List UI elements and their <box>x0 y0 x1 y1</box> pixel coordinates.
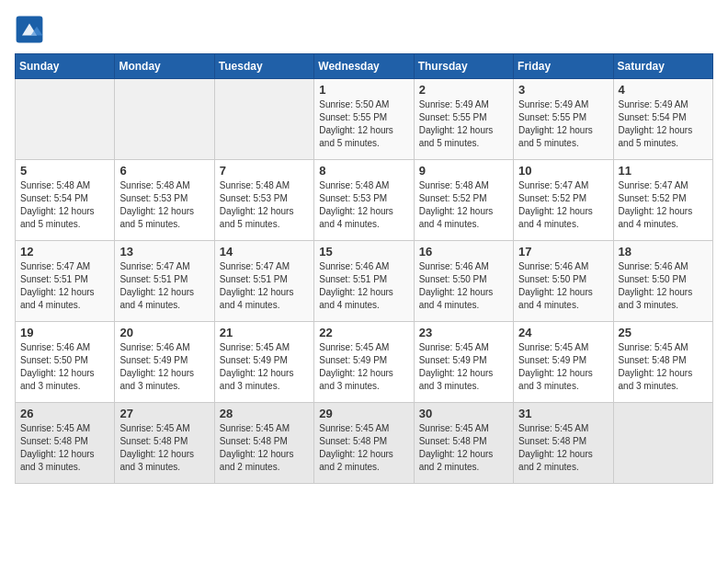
calendar-header: SundayMondayTuesdayWednesdayThursdayFrid… <box>16 54 713 79</box>
calendar-cell <box>115 79 214 160</box>
day-info: Sunrise: 5:46 AM Sunset: 5:50 PM Dayligh… <box>20 341 109 393</box>
day-number: 28 <box>220 407 309 420</box>
day-number: 4 <box>619 83 708 97</box>
calendar-cell: 23Sunrise: 5:45 AM Sunset: 5:49 PM Dayli… <box>414 322 513 403</box>
day-info: Sunrise: 5:50 AM Sunset: 5:55 PM Dayligh… <box>319 98 408 150</box>
day-number: 20 <box>119 326 209 339</box>
calendar-cell: 31Sunrise: 5:45 AM Sunset: 5:48 PM Dayli… <box>514 403 613 484</box>
day-info: Sunrise: 5:48 AM Sunset: 5:53 PM Dayligh… <box>319 179 408 231</box>
day-number: 23 <box>419 326 508 339</box>
day-number: 31 <box>518 407 608 420</box>
day-info: Sunrise: 5:47 AM Sunset: 5:52 PM Dayligh… <box>518 179 608 231</box>
calendar-cell: 26Sunrise: 5:45 AM Sunset: 5:48 PM Dayli… <box>16 403 115 484</box>
day-info: Sunrise: 5:45 AM Sunset: 5:49 PM Dayligh… <box>419 341 508 393</box>
day-number: 22 <box>319 326 408 339</box>
calendar-cell: 18Sunrise: 5:46 AM Sunset: 5:50 PM Dayli… <box>613 241 712 322</box>
day-info: Sunrise: 5:45 AM Sunset: 5:48 PM Dayligh… <box>619 341 708 393</box>
day-number: 29 <box>319 407 408 420</box>
day-number: 12 <box>20 245 109 259</box>
calendar-cell <box>214 79 313 160</box>
day-info: Sunrise: 5:46 AM Sunset: 5:50 PM Dayligh… <box>518 260 608 312</box>
calendar-cell: 19Sunrise: 5:46 AM Sunset: 5:50 PM Dayli… <box>16 322 115 403</box>
day-number: 30 <box>419 407 508 420</box>
day-info: Sunrise: 5:47 AM Sunset: 5:51 PM Dayligh… <box>119 260 209 312</box>
day-number: 1 <box>319 83 408 97</box>
day-of-week-header: Wednesday <box>314 54 414 79</box>
day-number: 16 <box>419 245 508 259</box>
day-info: Sunrise: 5:45 AM Sunset: 5:48 PM Dayligh… <box>518 422 608 474</box>
day-number: 13 <box>119 245 209 259</box>
calendar-cell: 24Sunrise: 5:45 AM Sunset: 5:49 PM Dayli… <box>514 322 613 403</box>
day-number: 11 <box>619 164 708 178</box>
calendar-cell: 15Sunrise: 5:46 AM Sunset: 5:51 PM Dayli… <box>314 241 414 322</box>
logo <box>15 15 48 44</box>
calendar-week-row: 12Sunrise: 5:47 AM Sunset: 5:51 PM Dayli… <box>16 241 713 322</box>
day-number: 19 <box>20 326 109 339</box>
day-of-week-header: Saturday <box>613 54 712 79</box>
day-number: 8 <box>319 164 408 178</box>
calendar-cell: 21Sunrise: 5:45 AM Sunset: 5:49 PM Dayli… <box>214 322 313 403</box>
logo-icon <box>15 15 44 44</box>
day-number: 17 <box>518 245 608 259</box>
calendar-cell: 10Sunrise: 5:47 AM Sunset: 5:52 PM Dayli… <box>514 160 613 241</box>
calendar-cell: 12Sunrise: 5:47 AM Sunset: 5:51 PM Dayli… <box>16 241 115 322</box>
calendar-cell: 29Sunrise: 5:45 AM Sunset: 5:48 PM Dayli… <box>314 403 414 484</box>
day-info: Sunrise: 5:47 AM Sunset: 5:52 PM Dayligh… <box>619 179 708 231</box>
day-number: 14 <box>220 245 309 259</box>
day-info: Sunrise: 5:45 AM Sunset: 5:48 PM Dayligh… <box>319 422 408 474</box>
day-number: 6 <box>119 164 209 178</box>
calendar-week-row: 1Sunrise: 5:50 AM Sunset: 5:55 PM Daylig… <box>16 79 713 160</box>
day-number: 3 <box>518 83 608 97</box>
day-of-week-header: Tuesday <box>214 54 313 79</box>
calendar-cell: 8Sunrise: 5:48 AM Sunset: 5:53 PM Daylig… <box>314 160 414 241</box>
day-info: Sunrise: 5:45 AM Sunset: 5:49 PM Dayligh… <box>220 341 309 393</box>
calendar-body: 1Sunrise: 5:50 AM Sunset: 5:55 PM Daylig… <box>16 79 713 484</box>
calendar-cell: 3Sunrise: 5:49 AM Sunset: 5:55 PM Daylig… <box>514 79 613 160</box>
calendar-cell: 7Sunrise: 5:48 AM Sunset: 5:53 PM Daylig… <box>214 160 313 241</box>
day-info: Sunrise: 5:48 AM Sunset: 5:53 PM Dayligh… <box>119 179 209 231</box>
header-row: SundayMondayTuesdayWednesdayThursdayFrid… <box>16 54 713 79</box>
calendar-cell: 14Sunrise: 5:47 AM Sunset: 5:51 PM Dayli… <box>214 241 313 322</box>
day-info: Sunrise: 5:45 AM Sunset: 5:48 PM Dayligh… <box>20 422 109 474</box>
day-number: 18 <box>619 245 708 259</box>
day-info: Sunrise: 5:49 AM Sunset: 5:54 PM Dayligh… <box>619 98 708 150</box>
day-info: Sunrise: 5:47 AM Sunset: 5:51 PM Dayligh… <box>220 260 309 312</box>
day-info: Sunrise: 5:46 AM Sunset: 5:50 PM Dayligh… <box>619 260 708 312</box>
day-info: Sunrise: 5:45 AM Sunset: 5:48 PM Dayligh… <box>419 422 508 474</box>
calendar-cell: 6Sunrise: 5:48 AM Sunset: 5:53 PM Daylig… <box>115 160 214 241</box>
calendar-cell: 28Sunrise: 5:45 AM Sunset: 5:48 PM Dayli… <box>214 403 313 484</box>
calendar: SundayMondayTuesdayWednesdayThursdayFrid… <box>15 53 713 484</box>
calendar-cell: 25Sunrise: 5:45 AM Sunset: 5:48 PM Dayli… <box>613 322 712 403</box>
day-number: 26 <box>20 407 109 420</box>
day-info: Sunrise: 5:47 AM Sunset: 5:51 PM Dayligh… <box>20 260 109 312</box>
calendar-cell <box>613 403 712 484</box>
day-number: 15 <box>319 245 408 259</box>
calendar-cell: 17Sunrise: 5:46 AM Sunset: 5:50 PM Dayli… <box>514 241 613 322</box>
calendar-week-row: 26Sunrise: 5:45 AM Sunset: 5:48 PM Dayli… <box>16 403 713 484</box>
calendar-cell: 4Sunrise: 5:49 AM Sunset: 5:54 PM Daylig… <box>613 79 712 160</box>
calendar-cell: 20Sunrise: 5:46 AM Sunset: 5:49 PM Dayli… <box>115 322 214 403</box>
header <box>15 15 713 44</box>
day-number: 25 <box>619 326 708 339</box>
day-info: Sunrise: 5:48 AM Sunset: 5:52 PM Dayligh… <box>419 179 508 231</box>
calendar-cell: 13Sunrise: 5:47 AM Sunset: 5:51 PM Dayli… <box>115 241 214 322</box>
day-of-week-header: Sunday <box>16 54 115 79</box>
day-number: 9 <box>419 164 508 178</box>
day-number: 7 <box>220 164 309 178</box>
day-number: 21 <box>220 326 309 339</box>
calendar-cell: 2Sunrise: 5:49 AM Sunset: 5:55 PM Daylig… <box>414 79 513 160</box>
day-info: Sunrise: 5:48 AM Sunset: 5:54 PM Dayligh… <box>20 179 109 231</box>
day-of-week-header: Monday <box>115 54 214 79</box>
day-number: 27 <box>119 407 209 420</box>
calendar-cell: 9Sunrise: 5:48 AM Sunset: 5:52 PM Daylig… <box>414 160 513 241</box>
day-info: Sunrise: 5:49 AM Sunset: 5:55 PM Dayligh… <box>518 98 608 150</box>
day-number: 24 <box>518 326 608 339</box>
calendar-cell: 1Sunrise: 5:50 AM Sunset: 5:55 PM Daylig… <box>314 79 414 160</box>
day-info: Sunrise: 5:45 AM Sunset: 5:49 PM Dayligh… <box>518 341 608 393</box>
calendar-week-row: 19Sunrise: 5:46 AM Sunset: 5:50 PM Dayli… <box>16 322 713 403</box>
day-info: Sunrise: 5:45 AM Sunset: 5:49 PM Dayligh… <box>319 341 408 393</box>
day-info: Sunrise: 5:46 AM Sunset: 5:49 PM Dayligh… <box>119 341 209 393</box>
day-of-week-header: Thursday <box>414 54 513 79</box>
day-of-week-header: Friday <box>514 54 613 79</box>
day-info: Sunrise: 5:49 AM Sunset: 5:55 PM Dayligh… <box>419 98 508 150</box>
